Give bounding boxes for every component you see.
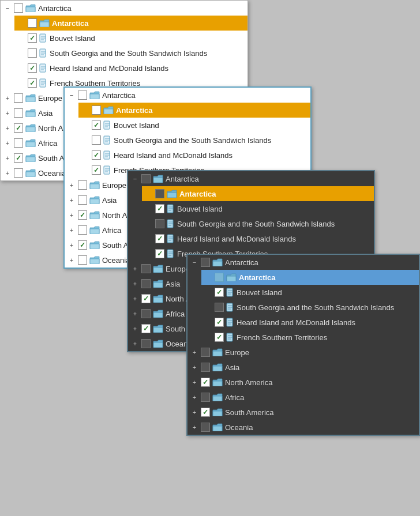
expand-europe-p3[interactable]: + [130, 264, 140, 273]
expand-na-p4[interactable]: + [190, 378, 199, 387]
sa-cb-p4[interactable] [201, 408, 210, 417]
expand-asia-p3[interactable]: + [130, 279, 140, 288]
antarctica-child-p2[interactable]: Antarctica [78, 103, 310, 118]
heard-row-p1[interactable]: Heard Island and McDonald Islands [14, 61, 247, 76]
oceania-cb-p4[interactable] [201, 423, 210, 432]
sa-row-p4[interactable]: + South America [187, 405, 419, 420]
southgeorgia-checkbox-p1[interactable] [28, 48, 37, 58]
expand-oceania-p1[interactable]: + [3, 168, 12, 178]
na-checkbox-p1[interactable] [14, 123, 23, 133]
expand-africa-p3[interactable]: + [130, 309, 140, 318]
root-row-p1[interactable]: − Antarctica [1, 1, 247, 16]
root-cb-p3[interactable] [141, 174, 151, 183]
antarctica-checkbox-p2[interactable] [92, 106, 101, 115]
bouvet-cb-p2[interactable] [92, 120, 101, 130]
bouvet-row-p1[interactable]: Bouvet Island [14, 31, 247, 46]
sg-cb-p3[interactable] [155, 219, 164, 228]
oceania-row-p4[interactable]: + Oceania [187, 420, 419, 435]
expand-europe-p4[interactable]: + [190, 348, 199, 357]
oceania-cb-p2[interactable] [78, 255, 87, 265]
expand-oceania-p4[interactable]: + [190, 423, 199, 432]
root-checkbox-p1[interactable] [14, 3, 23, 13]
root-checkbox-p2[interactable] [78, 91, 87, 100]
sg-cb-p4[interactable] [215, 303, 224, 312]
ant-child-p4[interactable]: Antarctica [201, 270, 419, 285]
asia-cb-p3[interactable] [141, 279, 151, 288]
root-cb-p4[interactable] [201, 258, 210, 267]
ant-cb-p3[interactable] [155, 189, 164, 198]
expand-asia-p1[interactable]: + [3, 108, 12, 118]
french-row-p4[interactable]: French Southern Territories [201, 330, 419, 345]
ant-child-p3[interactable]: Antarctica [142, 186, 374, 201]
bouvet-row-p4[interactable]: Bouvet Island [201, 285, 419, 300]
asia-cb-p2[interactable] [78, 195, 87, 205]
na-cb-p2[interactable] [78, 210, 87, 220]
french-cb-p3[interactable] [155, 249, 164, 258]
expand-sa-p4[interactable]: + [190, 408, 199, 417]
child-checkbox-antarctica-p1[interactable] [28, 18, 37, 28]
africa-cb-p3[interactable] [141, 309, 151, 318]
na-cb-p3[interactable] [141, 294, 151, 303]
root-row-p3[interactable]: − Antarctica [128, 171, 374, 186]
sa-cb-p3[interactable] [141, 324, 151, 333]
expand-na-p3[interactable]: + [130, 294, 140, 303]
expand-africa-p1[interactable]: + [3, 138, 12, 148]
sa-cb-p2[interactable] [78, 240, 87, 250]
sg-row-p4[interactable]: South Georgia and the South Sandwich Isl… [201, 300, 419, 315]
expand-oceania-p2[interactable]: + [67, 255, 76, 265]
expand-na-p1[interactable]: + [3, 123, 12, 133]
bouvet-cb-p4[interactable] [215, 288, 224, 297]
asia-row-p4[interactable]: + Asia [187, 360, 419, 375]
expand-sa-p3[interactable]: + [130, 324, 140, 333]
oceania-checkbox-p1[interactable] [14, 168, 23, 178]
collapse-btn-p1[interactable]: − [3, 3, 12, 13]
na-cb-p4[interactable] [201, 378, 210, 387]
expand-na-p2[interactable]: + [67, 210, 76, 220]
expand-africa-p4[interactable]: + [190, 393, 199, 402]
europe-cb-p4[interactable] [201, 348, 210, 357]
sg-row-p2[interactable]: South Georgia and the South Sandwich Isl… [78, 133, 310, 148]
french-checkbox-p1[interactable] [28, 78, 37, 88]
french-cb-p4[interactable] [215, 333, 224, 342]
collapse-btn-p2[interactable]: − [67, 91, 76, 100]
africa-checkbox-p1[interactable] [14, 138, 23, 148]
europe-row-p4[interactable]: + Europe [187, 345, 419, 360]
root-row-p2[interactable]: − Antarctica [65, 88, 310, 103]
heard-row-p4[interactable]: Heard Island and McDonald Islands [201, 315, 419, 330]
bouvet-checkbox-p1[interactable] [28, 33, 37, 43]
southgeorgia-row-p1[interactable]: South Georgia and the South Sandwich Isl… [14, 46, 247, 61]
bouvet-row-p2[interactable]: Bouvet Island [78, 118, 310, 133]
na-row-p4[interactable]: + North America [187, 375, 419, 390]
expand-asia-p4[interactable]: + [190, 363, 199, 372]
ant-cb-p4[interactable] [215, 273, 224, 282]
heard-checkbox-p1[interactable] [28, 63, 37, 73]
africa-row-p4[interactable]: + Africa [187, 390, 419, 405]
asia-checkbox-p1[interactable] [14, 108, 23, 118]
africa-cb-p2[interactable] [78, 225, 87, 235]
africa-cb-p4[interactable] [201, 393, 210, 402]
sg-cb-p2[interactable] [92, 135, 101, 145]
heard-cb-p2[interactable] [92, 150, 101, 160]
antarctica-child-p1[interactable]: Antarctica [14, 16, 247, 31]
collapse-btn-p3[interactable]: − [130, 174, 140, 183]
europe-cb-p3[interactable] [141, 264, 151, 273]
collapse-btn-p4[interactable]: − [190, 258, 199, 267]
bouvet-cb-p3[interactable] [155, 204, 164, 213]
expand-asia-p2[interactable]: + [67, 195, 76, 205]
europe-checkbox-p1[interactable] [14, 93, 23, 103]
heard-cb-p4[interactable] [215, 318, 224, 327]
expand-africa-p2[interactable]: + [67, 225, 76, 235]
oceania-cb-p3[interactable] [141, 339, 151, 348]
heard-row-p3[interactable]: Heard Island and McDonald Islands [142, 231, 374, 246]
sg-row-p3[interactable]: South Georgia and the South Sandwich Isl… [142, 216, 374, 231]
expand-sa-p1[interactable]: + [3, 153, 12, 163]
asia-cb-p4[interactable] [201, 363, 210, 372]
expand-europe-p1[interactable]: + [3, 93, 12, 103]
expand-oceania-p3[interactable]: + [130, 339, 140, 348]
expand-sa-p2[interactable]: + [67, 240, 76, 250]
expand-europe-p2[interactable]: + [67, 180, 76, 190]
heard-row-p2[interactable]: Heard Island and McDonald Islands [78, 148, 310, 163]
europe-cb-p2[interactable] [78, 180, 87, 190]
root-row-p4[interactable]: − Antarctica [187, 255, 419, 270]
heard-cb-p3[interactable] [155, 234, 164, 243]
